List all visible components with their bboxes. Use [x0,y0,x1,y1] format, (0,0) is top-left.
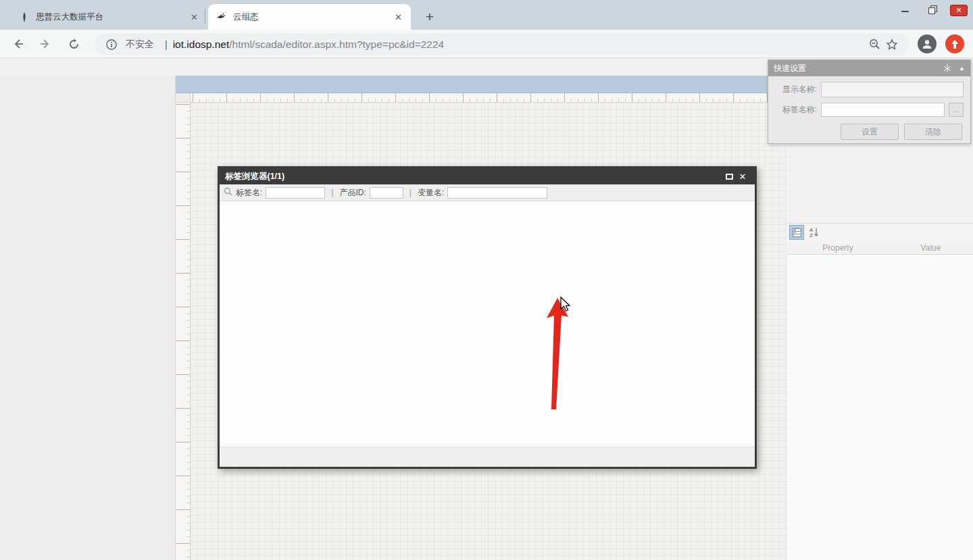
bookmark-star-icon[interactable] [883,36,901,53]
tab-title: 云组态 [233,11,393,23]
property-toolbar: AZ [787,224,973,241]
dialog-close-icon[interactable]: ✕ [736,171,749,182]
svg-text:Z: Z [809,232,813,238]
search-divider: | [409,188,411,197]
categorized-view-icon[interactable] [789,225,804,240]
product-id-input[interactable] [370,187,403,199]
forward-button[interactable] [36,35,54,53]
tab1-close-icon[interactable]: ✕ [189,11,200,23]
tab1-favicon-icon [19,11,30,22]
window-minimize-button[interactable] [892,0,919,19]
property-column-header: Property [787,243,889,253]
tag-name-label: 标签名称: [775,104,817,116]
tag-name-label: 标签名: [236,187,262,199]
dialog-title-bar[interactable]: 标签浏览器(1/1) ✕ [220,168,755,184]
quick-tag-name-input[interactable] [821,103,945,117]
panel-collapse-arrow-icon[interactable]: ▲ [959,65,965,72]
component-palette [0,76,176,560]
horizontal-ruler [191,93,787,103]
new-tab-button[interactable]: + [420,7,439,26]
value-column-header: Value [889,243,973,253]
tab-separator [205,9,205,23]
variable-name-input[interactable] [447,187,547,199]
profile-avatar[interactable] [918,34,937,53]
window-restore-button[interactable] [919,0,946,19]
vertical-ruler [176,103,191,560]
dialog-maximize-icon[interactable] [722,171,736,182]
zoom-out-page-icon[interactable] [866,36,883,53]
browser-update-icon[interactable] [945,34,964,53]
quick-settings-title: 快速设置 [774,63,806,74]
url-domain: iot.idosp.net [173,39,230,50]
property-grid-header: Property Value [787,241,973,255]
dialog-footer [220,447,755,467]
display-name-label: 显示名称: [775,84,817,95]
tag-name-input[interactable] [266,187,325,199]
url-text[interactable]: iot.idosp.net/html/scada/editor.aspx.htm… [173,39,866,51]
property-panel: AZ Property Value [787,223,973,560]
clear-button[interactable]: 清除 [904,124,962,140]
url-path: /html/scada/editor.aspx.htm?type=pc&id=2… [229,39,444,50]
ruler-corner [176,93,191,103]
quick-settings-header[interactable]: 快速设置 ▲ [768,60,970,76]
back-button[interactable] [9,35,27,53]
product-id-label: 产品ID: [339,187,366,199]
tab2-favicon-icon [216,11,227,22]
address-bar[interactable]: 不安全 | iot.idosp.net/html/scada/editor.as… [95,33,909,55]
dialog-title: 标签浏览器(1/1) [225,171,284,182]
browser-tab-strip: 思普云大数据平台 ✕ 云组态 ✕ + ✕ [0,0,973,30]
tab-title: 思普云大数据平台 [36,11,189,23]
search-icon [224,187,232,198]
search-divider: | [331,188,333,197]
alphabetical-sort-icon[interactable]: AZ [806,225,821,240]
dialog-search-bar: 标签名: | 产品ID: | 变量名: [220,184,755,201]
display-name-input[interactable] [821,82,964,97]
browser-window: 思普云大数据平台 ✕ 云组态 ✕ + ✕ 不安全 | iot.idosp.net… [0,0,973,560]
browse-tags-button[interactable]: ... [949,103,964,117]
set-button[interactable]: 设置 [841,124,899,140]
security-divider: | [165,39,168,50]
quick-settings-panel: 快速设置 ▲ 显示名称: 标签名称: ... 设置 清除 [768,59,971,144]
security-label: 不安全 [126,39,154,51]
editor-toolbar [176,76,787,93]
reload-button[interactable] [65,35,82,53]
variable-name-label: 变量名: [418,187,444,199]
browser-tab-2-active[interactable]: 云组态 ✕ [208,4,411,30]
browser-tab-1[interactable]: 思普云大数据平台 ✕ [11,4,207,30]
tag-browser-dialog: 标签浏览器(1/1) ✕ 标签名: | 产品ID: | 变量名: [218,166,757,469]
collapse-panel-icon[interactable] [943,63,952,74]
info-icon[interactable] [103,36,120,53]
close-highlight-badge: ✕ [950,5,968,16]
tab2-close-icon[interactable]: ✕ [393,11,404,23]
